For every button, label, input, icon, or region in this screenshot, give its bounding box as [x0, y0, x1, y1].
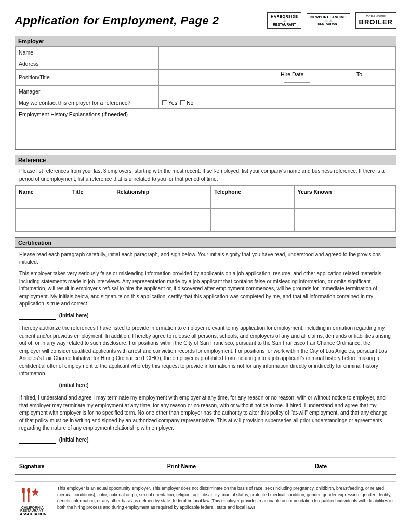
position-label: Position/Title: [16, 70, 159, 86]
address-label: Address: [16, 58, 159, 70]
date-label: Date: [315, 463, 327, 469]
ref-telephone-1[interactable]: [211, 197, 294, 209]
cert-para-2-text: I hereby authorize the references I have…: [19, 325, 391, 376]
explanation-area[interactable]: [19, 119, 392, 147]
contact-options: Yes No: [158, 97, 395, 109]
explanation-table: Employment History Explanations (if need…: [15, 109, 396, 149]
ref-title-2[interactable]: [69, 209, 113, 220]
svg-rect-0: [23, 488, 25, 502]
cert-para-1: This employer takes very seriously false…: [19, 270, 392, 308]
ref-relationship-3[interactable]: [113, 220, 211, 232]
signature-row: Signature Print Name Date: [15, 457, 396, 469]
no-checkbox[interactable]: [180, 100, 185, 105]
page-header: Application for Employment, Page 2 HARBO…: [15, 12, 396, 29]
ref-relationship-2[interactable]: [113, 209, 211, 220]
certification-content: Please read each paragraph carefully, in…: [15, 248, 396, 450]
cra-text: ASSOCIATION: [20, 512, 46, 516]
name-field[interactable]: [158, 47, 395, 58]
cert-intro: Please read each paragraph carefully, in…: [19, 251, 392, 266]
yes-label: Yes: [168, 100, 177, 106]
employer-section-header: Employer: [15, 36, 396, 46]
certification-section: Certification Please read each paragraph…: [15, 237, 396, 475]
hire-date-cell: Hire Date To: [277, 70, 395, 86]
cert-initial-3: (initial here): [19, 436, 392, 444]
print-name-line[interactable]: [198, 461, 307, 469]
ref-col-name: Name: [16, 186, 69, 197]
date-line[interactable]: [329, 461, 392, 469]
cra-icon: CALIFORNIA RESTAURANT: [19, 486, 48, 512]
explanation-cell[interactable]: Employment History Explanations (if need…: [16, 109, 396, 149]
position-field[interactable]: [158, 70, 277, 86]
newport-landing-logo: NEWPORT LANDING ⚓ ⚓ RESTAURANT: [307, 13, 350, 29]
certification-header: Certification: [15, 238, 396, 248]
logos-container: HARBORSIDE ⚓ RESTAURANT NEWPORT LANDING …: [267, 12, 396, 29]
ref-telephone-2[interactable]: [211, 209, 294, 220]
no-label: No: [187, 100, 193, 106]
svg-rect-1: [22, 488, 23, 493]
cert-para-3-text: If hired, I understand and agree I may t…: [19, 395, 388, 431]
oceanside-broiler-logo: Oceanside BROILER: [355, 12, 397, 29]
employer-manager-row: Manager: [16, 86, 396, 97]
no-option[interactable]: No: [180, 100, 193, 106]
page-title: Application for Employment, Page 2: [15, 14, 262, 28]
signature-line[interactable]: [46, 461, 158, 469]
cert-para-1-text: This employer takes very seriously false…: [19, 271, 383, 307]
svg-point-4: [27, 488, 30, 493]
svg-rect-2: [24, 488, 25, 493]
ref-col-years: Years Known: [294, 186, 395, 197]
contact-label: May we contact this employer for a refer…: [16, 97, 159, 109]
yes-checkbox[interactable]: [162, 100, 167, 105]
ref-telephone-3[interactable]: [211, 220, 294, 232]
table-row[interactable]: [16, 197, 396, 209]
svg-marker-5: [31, 488, 39, 496]
explanation-label: Employment History Explanations (if need…: [19, 111, 392, 117]
manager-label: Manager: [16, 86, 159, 97]
name-label: Name: [16, 47, 159, 58]
ref-name-2[interactable]: [16, 209, 69, 220]
date-field: Date: [315, 461, 392, 469]
print-name-label: Print Name: [167, 463, 196, 469]
ref-col-title: Title: [69, 186, 113, 197]
print-name-field: Print Name: [167, 461, 307, 469]
employer-table: Name Address Position/Title Hire Date To…: [15, 46, 396, 109]
to-label: To: [356, 71, 362, 77]
cra-logo-container: CALIFORNIA RESTAURANT ASSOCIATION: [15, 486, 52, 516]
cert-para-3: If hired, I understand and agree I may t…: [19, 394, 392, 432]
employer-contact-row: May we contact this employer for a refer…: [16, 97, 396, 109]
employer-position-row: Position/Title Hire Date To: [16, 70, 396, 86]
initial-line-1[interactable]: [19, 319, 56, 320]
employer-section: Employer Name Address Position/Title Hir…: [15, 36, 396, 150]
manager-field[interactable]: [158, 86, 395, 97]
reference-header-row: Name Title Relationship Telephone Years …: [16, 186, 396, 197]
initial-label-1: (initial here): [59, 313, 89, 318]
signature-label: Signature: [19, 463, 44, 469]
footer-text: This employer is an equal opportunity em…: [57, 486, 396, 511]
ref-years-3[interactable]: [294, 220, 395, 232]
table-row[interactable]: [16, 209, 396, 220]
initial-label-2: (initial here): [59, 382, 89, 388]
yes-option[interactable]: Yes: [162, 100, 177, 106]
cert-initial-2: (initial here): [19, 382, 392, 390]
ref-title-1[interactable]: [69, 197, 113, 209]
reference-section-header: Reference: [15, 155, 396, 165]
cert-initial-1: (initial here): [19, 312, 392, 320]
ref-col-telephone: Telephone: [211, 186, 294, 197]
ref-name-3[interactable]: [16, 220, 69, 232]
explanation-row: Employment History Explanations (if need…: [16, 109, 396, 149]
reference-table: Name Title Relationship Telephone Years …: [15, 185, 396, 232]
harborside-logo: HARBORSIDE ⚓ RESTAURANT: [267, 12, 301, 29]
ref-years-1[interactable]: [294, 197, 395, 209]
ref-years-2[interactable]: [294, 209, 395, 220]
reference-intro: Please list references from your last 3 …: [15, 165, 396, 185]
ref-title-3[interactable]: [69, 220, 113, 232]
employer-name-row: Name: [16, 47, 396, 58]
ref-name-1[interactable]: [16, 197, 69, 209]
address-field[interactable]: [158, 58, 395, 70]
cert-para-2: I hereby authorize the references I have…: [19, 325, 392, 378]
table-row[interactable]: [16, 220, 396, 232]
ref-relationship-1[interactable]: [113, 197, 211, 209]
hire-date-label: Hire Date: [281, 71, 303, 77]
initial-line-3[interactable]: [19, 443, 56, 444]
initial-line-2[interactable]: [19, 389, 56, 389]
footer: CALIFORNIA RESTAURANT ASSOCIATION This e…: [15, 481, 396, 516]
